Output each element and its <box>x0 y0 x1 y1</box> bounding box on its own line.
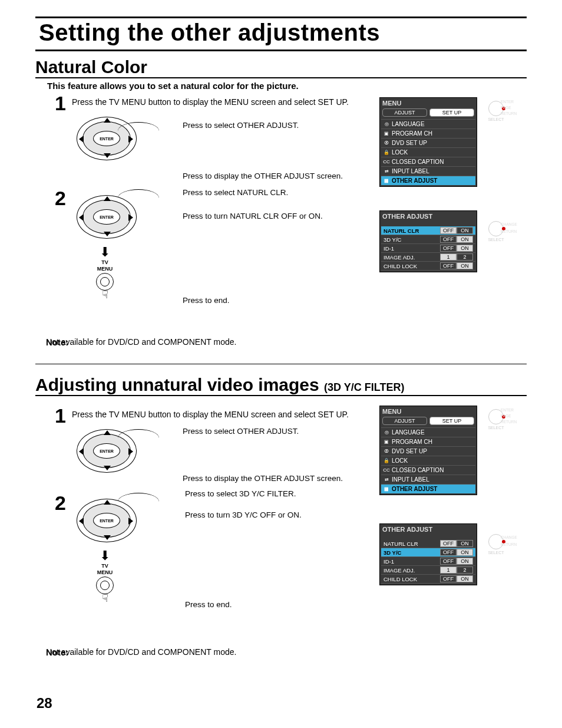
osd-item: 🔒LOCK <box>381 456 475 465</box>
osd-other-row: ID-1OFFON <box>381 244 475 253</box>
osd-item-icon: 🔒 <box>384 150 389 156</box>
osd-tab-setup: SET UP <box>429 108 474 117</box>
osd-other-option: ON <box>457 236 473 243</box>
osd-other-option: OFF <box>440 245 457 252</box>
step1-num-a: 1 <box>46 92 66 113</box>
hint-return: RETURN <box>501 229 517 233</box>
osd-item: ◎LANGUAGE <box>381 119 475 129</box>
osd-other-row: ID-1OFFON <box>381 557 475 566</box>
osd-other-adjust: OTHER ADJUST NATURL CLROFFON3D Y/COFFONI… <box>379 523 477 585</box>
osd-item-label: LANGUAGE <box>392 429 425 436</box>
arrow-down-icon <box>104 466 111 470</box>
desc-a3: Press to select NATURL CLR. <box>183 188 288 197</box>
tvmenu-button-icon <box>96 273 114 291</box>
osd-item-icon: ⦿ <box>384 140 389 146</box>
desc-a4: Press to turn NATURL CLR OFF or ON. <box>183 212 323 220</box>
osd-item-label: LOCK <box>392 149 408 156</box>
osd-other-option: ON <box>457 540 473 547</box>
osd-item: ◎LANGUAGE <box>381 427 475 437</box>
osd-other-option: ON <box>457 558 473 565</box>
osd-item: ⇄INPUT LABEL <box>381 475 475 484</box>
arrow-right-icon <box>128 214 133 221</box>
osd-other-row: 3D Y/COFFON <box>381 548 475 557</box>
dpad-icon: ENTER <box>71 499 141 546</box>
enter-button-icon: ENTER <box>93 131 120 146</box>
osd-item-label: INPUT LABEL <box>392 476 429 483</box>
step2-num-a: 2 <box>46 187 66 208</box>
osd-item-icon: 🔒 <box>384 458 389 464</box>
osd-nav-hint: ENTER PAGE RETURN SELECT <box>478 101 514 121</box>
osd-other-option: OFF <box>440 540 457 547</box>
desc-a1: Press to select OTHER ADJUST. <box>183 121 299 130</box>
osd-item-label: LANGUAGE <box>392 121 425 127</box>
osd-item-icon: ⦿ <box>384 449 389 454</box>
osd-other-row: CHILD LOCKOFFON <box>381 575 475 584</box>
desc-b-end: Press to end. <box>185 600 232 609</box>
osd-other-option: OFF <box>440 227 457 234</box>
arrow-right-icon <box>128 136 133 143</box>
osd-nav-hint: ENTER PAGE RETURN SELECT <box>478 409 514 430</box>
osd-item: CCCLOSED CAPTION <box>381 465 475 475</box>
osd-other-row-name: NATURL CLR <box>384 541 439 547</box>
osd-item: CCCLOSED CAPTION <box>381 157 475 166</box>
page-title: Setting the other adjustments <box>39 19 380 45</box>
page-number: 28 <box>37 695 52 711</box>
tvmenu-button-icon <box>96 577 114 594</box>
section-natural-color: Natural Color This feature allows you to… <box>35 57 527 346</box>
osd-other-row: IMAGE ADJ.12 <box>381 566 475 575</box>
osd-item-icon: ◎ <box>384 121 389 127</box>
section-3dyc: Adjusting unnatural video images (3D Y/C… <box>35 364 527 670</box>
osd-item: ▣PROGRAM CH <box>381 437 475 446</box>
tvmenu-group: ⬇ TV MENU ☟ <box>81 247 128 301</box>
osd-other-row: NATURL CLROFFON <box>381 226 475 235</box>
osd-menu-setup: MENU ADJUST SET UP ◎LANGUAGE▣PROGRAM CH⦿… <box>379 97 477 187</box>
osd-other-row: NATURL CLROFFON <box>381 539 475 548</box>
desc-b3: Press to select 3D Y/C FILTER. <box>185 489 296 498</box>
osd-item-label: LOCK <box>392 457 408 464</box>
hint-return: RETURN <box>501 111 517 116</box>
desc-a2: Press to display the OTHER ADJUST screen… <box>183 172 343 180</box>
hint-select: SELECT <box>478 238 514 242</box>
osd-other-option: ON <box>457 549 473 556</box>
osd-item-icon: ⇄ <box>384 169 389 174</box>
osd-item-label: DVD SET UP <box>392 448 427 454</box>
osd-item-icon: ▦ <box>384 178 389 184</box>
osd-title: MENU <box>381 99 475 107</box>
osd-other-row: 3D Y/COFFON <box>381 235 475 244</box>
osd-other-row-name: 3D Y/C <box>384 549 439 556</box>
osd-other-option: OFF <box>440 575 457 582</box>
osd-item-icon: CC <box>384 467 389 473</box>
osd-item: ▣PROGRAM CH <box>381 129 475 138</box>
osd-item-icon: ◎ <box>384 430 389 436</box>
osd-other-option: ON <box>457 575 473 582</box>
osd-other-row: CHILD LOCKOFFON <box>381 262 475 271</box>
osd-item: 🔒LOCK <box>381 147 475 157</box>
arrow-down-icon: ⬇ <box>81 247 128 258</box>
step2-num-b: 2 <box>46 492 66 513</box>
hint-return: RETURN <box>501 420 517 424</box>
tvmenu-group: ⬇ TV MENU ☟ <box>81 551 128 605</box>
osd-tab-setup: SET UP <box>429 417 474 425</box>
arrow-up-icon <box>104 196 111 201</box>
osd-tab-adjust: ADJUST <box>382 417 427 425</box>
osd-item: ▦OTHER ADJUST <box>381 176 475 185</box>
enter-button-icon: ENTER <box>93 209 120 225</box>
arrow-up-icon <box>104 500 111 505</box>
osd-other-option: OFF <box>440 549 457 556</box>
intro-a: This feature allows you to set a natural… <box>47 81 527 91</box>
arrow-left-icon <box>79 518 84 525</box>
osd-other-option: 1 <box>440 566 457 574</box>
step1-text-b: Press the TV MENU button to display the … <box>72 404 349 420</box>
osd-item-label: PROGRAM CH <box>392 130 432 137</box>
osd-item-label: CLOSED CAPTION <box>392 467 444 473</box>
menu-label: MENU <box>81 266 128 272</box>
heading-natural-color: Natural Color <box>35 57 527 78</box>
arrow-up-icon <box>104 118 111 123</box>
hint-page: PAGE <box>501 106 511 110</box>
osd-item: ⇄INPUT LABEL <box>381 166 475 176</box>
osd-other-option: 2 <box>457 253 473 261</box>
osd-other-row-name: ID-1 <box>384 245 439 252</box>
hint-select: SELECT <box>478 551 514 555</box>
hint-select: SELECT <box>478 117 514 121</box>
osd-other-option: ON <box>457 262 473 269</box>
